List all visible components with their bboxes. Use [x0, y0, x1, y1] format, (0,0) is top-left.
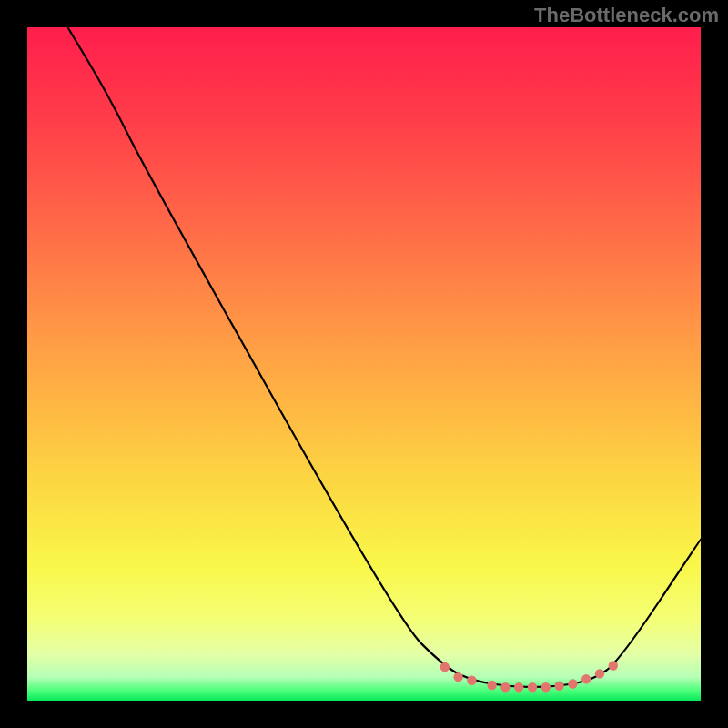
- marker-dot: [467, 676, 476, 685]
- marker-dot: [453, 672, 462, 682]
- marker-dot: [609, 661, 618, 670]
- watermark-text: TheBottleneck.com: [534, 4, 719, 27]
- chart-frame: TheBottleneck.com: [0, 0, 728, 728]
- marker-dot: [595, 669, 604, 678]
- chart-svg: [27, 27, 701, 701]
- plot-area: [27, 27, 701, 701]
- marker-dot: [568, 679, 577, 688]
- marker-dot: [440, 662, 450, 672]
- marker-dot: [581, 674, 591, 683]
- marker-dot: [487, 681, 496, 690]
- marker-dot: [500, 682, 510, 692]
- marker-dot: [554, 682, 563, 691]
- marker-dot: [541, 682, 551, 692]
- marker-dot: [528, 682, 537, 692]
- gradient-background: [27, 27, 701, 701]
- marker-dot: [514, 682, 523, 692]
